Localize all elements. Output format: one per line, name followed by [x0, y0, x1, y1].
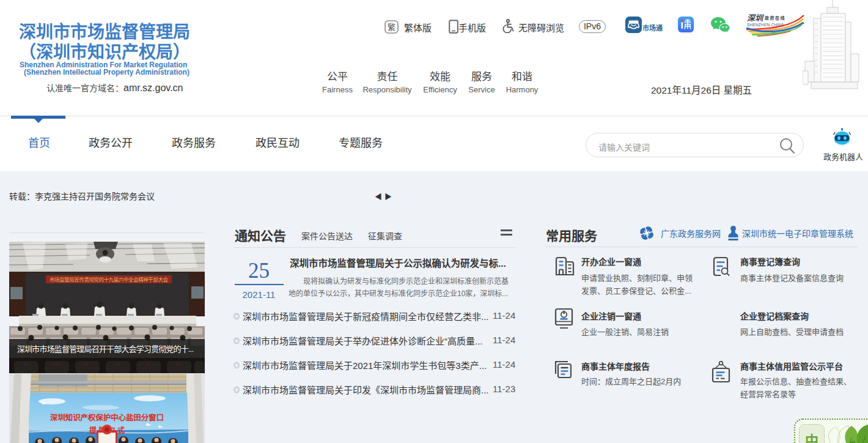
svg-text:深圳市市场监督管理局召开干部大会学习贯彻党的十...: 深圳市市场监督管理局召开干部大会学习贯彻党的十...: [17, 344, 194, 354]
svg-text:繁: 繁: [388, 23, 395, 32]
svg-text:深圳: 深圳: [747, 13, 764, 23]
svg-text:深圳知识产权保护中心盐田分窗口: 深圳知识产权保护中心盐田分窗口: [50, 413, 164, 422]
svg-text:市场监管局宣传贯彻党的十九届六中全会精神干部大会: 市场监管局宣传贯彻党的十九届六中全会精神干部大会: [50, 277, 168, 283]
svg-text:政府在线: 政府在线: [765, 15, 785, 21]
